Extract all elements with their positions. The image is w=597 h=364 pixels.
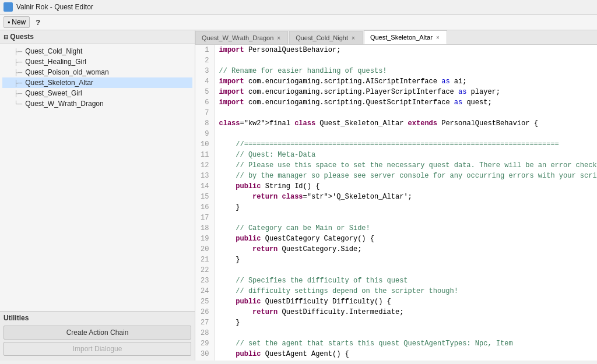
line-number: 15 [195,192,214,202]
table-row: 9 [195,129,597,139]
sidebar-item-quest-healing-girl[interactable]: ├─ Quest_Healing_Girl [2,56,192,67]
line-number: 19 [195,234,214,244]
utilities-label: Utilities [3,314,191,322]
sidebar-item-quest-cold-night[interactable]: ├─ Quest_Cold_Night [2,46,192,56]
sidebar-item-quest-sweet-girl[interactable]: ├─ Quest_Sweet_Girl [2,88,192,98]
sidebar-item-label: Quest_Poison_old_woman [25,68,108,76]
line-number: 27 [195,317,214,328]
table-row: 23 // Specifies the difficulty of this q… [195,275,597,286]
line-code: // set the agent that starts this quest … [214,338,597,349]
tree-area: ├─ Quest_Cold_Night ├─ Quest_Healing_Gir… [0,44,195,311]
line-number: 18 [195,223,214,234]
sidebar-item-label: Quest_Cold_Night [25,47,82,55]
line-code: // Specifies the difficulty of this ques… [214,275,597,286]
line-number: 22 [195,265,214,275]
sidebar-item-quest-poison-old-woman[interactable]: ├─ Quest_Poison_old_woman [2,67,192,77]
line-number: 3 [195,66,214,76]
tab-quest-cold-night[interactable]: Quest_Cold_Night × [289,31,363,44]
line-number: 30 [195,349,214,359]
tree-connector: ├─ [14,59,22,65]
line-code: } [214,255,597,265]
line-number: 14 [195,181,214,192]
code-editor[interactable]: 1import PersonalQuestBehavior;2 3// Rena… [195,45,597,361]
sidebar-expand-icon: ⊟ [3,34,8,40]
line-code [214,129,597,139]
line-code: } [214,202,597,213]
tree-connector: ├─ [14,80,22,86]
table-row: 16 } [195,202,597,213]
line-number: 4 [195,76,214,87]
tab-quest-w-wrath-dragon[interactable]: Quest_W_Wrath_Dragon × [195,31,288,44]
table-row: 17 [195,213,597,223]
sidebar-item-quest-skeleton-altar[interactable]: ├─ Quest_Skeleton_Altar [2,77,192,88]
tree-connector: ├─ [14,69,22,76]
line-code: import com.encuriogaming.scripting.AIScr… [214,76,597,87]
line-number: 28 [195,328,214,338]
sidebar-item-label: Quest_Sweet_Girl [25,89,82,97]
table-row: 14 public String Id() { [195,181,597,192]
line-number: 7 [195,108,214,118]
import-dialogue-button[interactable]: Import Dialogue [3,342,191,356]
line-code: } [214,317,597,328]
app-icon [3,2,13,12]
new-button[interactable]: ▪ New [3,16,30,28]
sidebar-item-quest-w-wrath-dragon[interactable]: └─ Quest_W_Wrath_Dragon [2,98,192,109]
help-button[interactable]: ? [36,18,40,27]
line-number: 26 [195,307,214,317]
line-number: 13 [195,171,214,181]
line-number: 6 [195,97,214,108]
sidebar-item-label: Quest_W_Wrath_Dragon [25,100,104,108]
line-number: 23 [195,275,214,286]
table-row: 25 public QuestDifficulty Difficulty() { [195,296,597,307]
line-code [214,265,597,275]
line-code: public QuestAgent Agent() { [214,349,597,359]
tab-label: Quest_W_Wrath_Dragon [202,34,273,41]
line-code: // Rename for easier handling of quests! [214,66,597,76]
sidebar-title: Quests [10,33,34,41]
line-number: 2 [195,55,214,66]
table-row: 30 public QuestAgent Agent() { [195,349,597,359]
table-row: 18 // Category can be Main or Side! [195,223,597,234]
line-code [214,213,597,223]
line-code: // difficulty settings depend on the scr… [214,286,597,296]
line-code: return QuestCategory.Side; [214,244,597,255]
line-number: 31 [195,359,214,361]
line-number: 12 [195,160,214,171]
main-area: ⊟ Quests ├─ Quest_Cold_Night ├─ Quest_He… [0,30,597,361]
new-icon: ▪ [8,18,10,26]
line-code [214,108,597,118]
line-code: import com.encuriogaming.scripting.Quest… [214,97,597,108]
line-number: 8 [195,118,214,129]
tab-close-icon[interactable]: × [276,35,282,41]
line-number: 25 [195,296,214,307]
tab-label: Quest_Cold_Night [296,34,348,41]
sidebar-utilities: Utilities Create Action Chain Import Dia… [0,311,195,361]
sidebar-item-label: Quest_Skeleton_Altar [25,79,93,87]
table-row: 22 [195,265,597,275]
table-row: 10 //===================================… [195,139,597,150]
line-code: // Category can be Main or Side! [214,223,597,234]
table-row: 3// Rename for easier handling of quests… [195,66,597,76]
tab-quest-skeleton-altar[interactable]: Quest_Skeleton_Altar × [364,30,447,44]
table-row: 21 } [195,255,597,265]
table-row: 5import com.encuriogaming.scripting.Play… [195,87,597,97]
tree-connector: └─ [14,101,22,107]
line-number: 11 [195,150,214,160]
app-title: Valnir Rok - Quest Editor [16,3,93,11]
table-row: 1import PersonalQuestBehavior; [195,45,597,55]
line-number: 21 [195,255,214,265]
line-code: class="kw2">final class Quest_Skeleton_A… [214,118,597,129]
table-row: 13 // by the manager so please see serve… [195,171,597,181]
sidebar-header: ⊟ Quests [0,30,195,44]
tab-close-icon[interactable]: × [350,35,356,41]
line-code: // Please use this space to set the nece… [214,160,597,171]
line-code: import PersonalQuestBehavior; [214,45,597,55]
table-row: 8class="kw2">final class Quest_Skeleton_… [195,118,597,129]
create-action-chain-button[interactable]: Create Action Chain [3,326,191,340]
line-number: 5 [195,87,214,97]
tab-close-icon[interactable]: × [435,34,441,41]
table-row: 20 return QuestCategory.Side; [195,244,597,255]
tree-connector: ├─ [14,48,22,55]
table-row: 31 return agent(class="str">'BjOrn', Que… [195,359,597,361]
table-row: 24 // difficulty settings depend on the … [195,286,597,296]
